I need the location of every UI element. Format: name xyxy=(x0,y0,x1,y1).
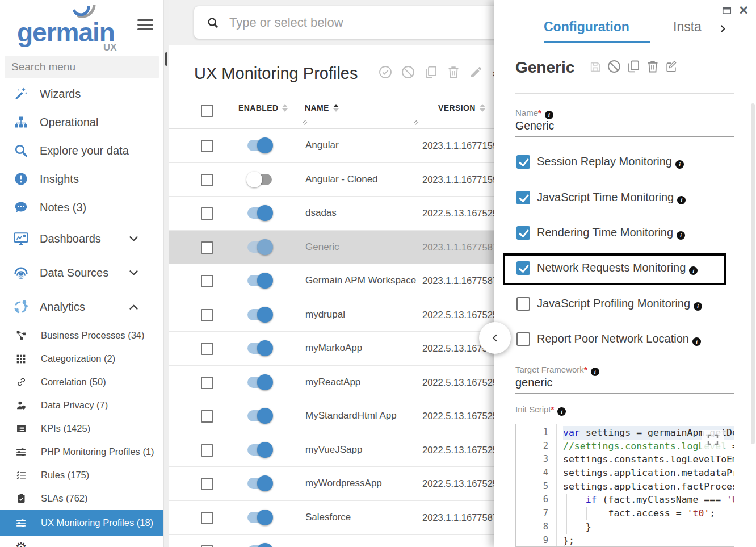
edit-icon[interactable] xyxy=(665,61,678,73)
enabled-toggle[interactable] xyxy=(247,174,272,185)
row-checkbox[interactable] xyxy=(201,377,213,389)
trash-icon[interactable] xyxy=(447,65,460,79)
checkbox-report-poor-network-location[interactable] xyxy=(516,332,530,346)
info-icon[interactable]: i xyxy=(677,231,685,240)
sidebar-item-analytics[interactable]: Analytics xyxy=(0,290,163,324)
sidebar-item-data-privacy[interactable]: Data Privacy (7) xyxy=(0,394,163,417)
collapse-panel-button[interactable] xyxy=(479,322,511,354)
germain-logo[interactable]: germain UX xyxy=(17,5,125,52)
checkbox-rendering-time-monitoring[interactable] xyxy=(516,226,530,240)
enabled-toggle[interactable] xyxy=(247,512,272,523)
sidebar-item-kpis[interactable]: KPIs (1425) xyxy=(0,417,163,440)
info-icon[interactable]: i xyxy=(557,407,566,416)
info-icon[interactable]: i xyxy=(591,368,599,376)
info-icon[interactable]: i xyxy=(689,266,698,275)
ban-icon[interactable] xyxy=(607,60,621,73)
column-header-version[interactable]: VERSION xyxy=(438,103,485,112)
enabled-toggle[interactable] xyxy=(247,444,272,456)
row-checkbox[interactable] xyxy=(201,309,213,321)
sidebar-search-input[interactable] xyxy=(5,56,173,78)
tab-installation[interactable]: Insta xyxy=(673,19,702,35)
active-tab-underline xyxy=(544,41,650,43)
info-icon[interactable]: i xyxy=(692,337,701,346)
expand-editor-icon[interactable] xyxy=(702,430,724,449)
checkbox-javascript-profiling-monitoring[interactable] xyxy=(516,297,530,311)
ban-icon[interactable] xyxy=(401,65,415,79)
info-icon[interactable]: i xyxy=(545,111,553,119)
trash-icon[interactable] xyxy=(646,60,660,73)
sidebar-item-operational[interactable]: Operational xyxy=(0,108,163,136)
sidebar-item-ux-monitoring-profiles[interactable]: UX Monitoring Profiles (18) xyxy=(0,510,163,536)
copy-icon[interactable] xyxy=(424,65,438,79)
tab-configuration[interactable]: Configuration xyxy=(544,19,629,35)
row-checkbox[interactable] xyxy=(201,207,213,220)
toggle-knob xyxy=(257,137,273,153)
row-checkbox[interactable] xyxy=(201,512,213,524)
code-line: } xyxy=(563,520,734,534)
target-framework-value[interactable]: generic xyxy=(515,376,553,389)
checkbox-javascript-time-monitoring[interactable] xyxy=(516,191,530,204)
column-header-name[interactable]: NAME xyxy=(305,103,339,112)
sidebar-item-slas[interactable]: SLAs (762) xyxy=(0,487,163,510)
row-checkbox[interactable] xyxy=(201,174,213,186)
restore-window-icon[interactable] xyxy=(721,5,732,16)
sidebar-scrollbar[interactable] xyxy=(163,0,169,547)
hamburger-menu-icon[interactable] xyxy=(137,19,153,32)
target-framework-label: Target Framework*i xyxy=(515,365,599,376)
enabled-toggle[interactable] xyxy=(247,140,272,151)
save-icon[interactable] xyxy=(589,61,602,73)
enabled-toggle[interactable] xyxy=(247,241,272,253)
enabled-toggle[interactable] xyxy=(247,309,272,320)
info-icon[interactable]: i xyxy=(675,160,684,169)
enabled-toggle[interactable] xyxy=(247,207,272,219)
enabled-toggle[interactable] xyxy=(247,275,272,286)
toggle-knob xyxy=(257,307,273,323)
row-checkbox[interactable] xyxy=(201,410,213,423)
enabled-toggle[interactable] xyxy=(247,343,272,354)
row-checkbox[interactable] xyxy=(201,241,213,254)
column-resize-grip[interactable] xyxy=(412,118,420,128)
row-checkbox[interactable] xyxy=(201,478,213,490)
enabled-toggle[interactable] xyxy=(247,377,272,388)
enabled-toggle[interactable] xyxy=(247,410,272,421)
sidebar-item-correlation[interactable]: Correlation (50) xyxy=(0,370,163,394)
name-field-value[interactable]: Generic xyxy=(515,119,554,132)
init-script-editor[interactable]: 123456789 var settings = germainApm.getD… xyxy=(515,424,734,547)
checkbox-label: Network Requests Monitoringi xyxy=(537,261,698,275)
sidebar-item-insights[interactable]: Insights xyxy=(0,165,163,193)
sidebar-item-data-sources[interactable]: Data Sources xyxy=(0,256,163,290)
sidebar-item-dashboards[interactable]: Dashboards xyxy=(0,222,163,256)
row-checkbox[interactable] xyxy=(201,444,213,457)
row-checkbox[interactable] xyxy=(201,343,213,355)
close-icon[interactable]: × xyxy=(739,5,748,16)
info-icon[interactable]: i xyxy=(694,302,702,311)
column-resize-grip[interactable] xyxy=(301,118,309,128)
column-header-enabled[interactable]: ENABLED xyxy=(238,103,288,112)
sidebar-item-item[interactable]: ⚙ xyxy=(0,536,163,547)
sidebar-item-wizards[interactable]: Wizards xyxy=(0,80,163,108)
profile-name: Generic xyxy=(305,241,339,253)
panel-scrollbar-thumb[interactable] xyxy=(751,103,755,444)
sidebar-item-business-processes[interactable]: Business Processes (34) xyxy=(0,324,163,347)
sidebar-item-categorization[interactable]: Categorization (2) xyxy=(0,347,163,370)
sidebar-nav: WizardsOperationalExplore your dataInsig… xyxy=(0,80,163,547)
chevron-right-icon[interactable] xyxy=(718,24,728,34)
row-checkbox[interactable] xyxy=(201,275,213,287)
info-icon[interactable]: i xyxy=(677,196,686,204)
enabled-toggle[interactable] xyxy=(247,478,272,489)
toggle-knob xyxy=(257,273,273,289)
sidebar-item-rules[interactable]: Rules (175) xyxy=(0,464,163,487)
sidebar-item-php-monitoring-profiles[interactable]: PHP Monitoring Profiles (1) xyxy=(0,440,163,464)
copy-icon[interactable] xyxy=(627,60,640,73)
checkbox-network-requests-monitoring[interactable] xyxy=(516,261,530,275)
sidebar-item-notes[interactable]: Notes (3) xyxy=(0,193,163,222)
check-circle-icon[interactable] xyxy=(379,65,392,79)
row-checkbox[interactable] xyxy=(201,140,213,152)
sidebar-item-explore-your-data[interactable]: Explore your data xyxy=(0,136,163,165)
sidebar-scrollbar-thumb[interactable] xyxy=(165,52,167,66)
checkbox-session-replay-monitoring[interactable] xyxy=(516,155,530,169)
select-all-checkbox[interactable] xyxy=(201,105,213,117)
profile-version: 2023.1.1.1677587. xyxy=(422,512,501,523)
sidebar-item-label: Rules (175) xyxy=(41,470,89,481)
pencil-icon[interactable] xyxy=(469,65,483,79)
